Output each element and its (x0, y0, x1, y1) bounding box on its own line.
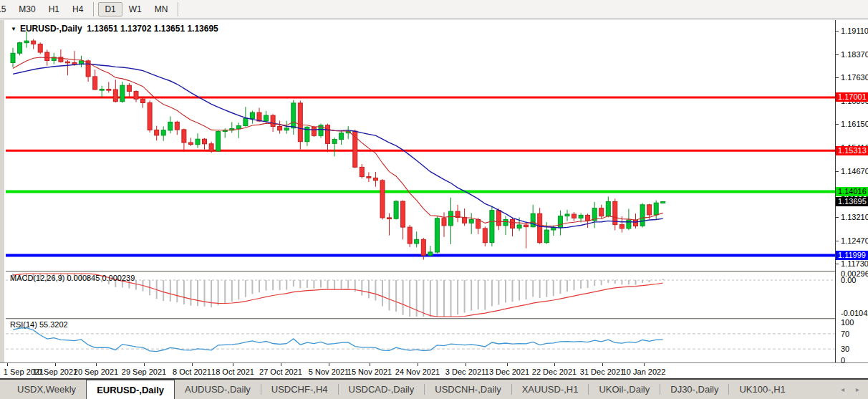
x-axis-tick (55, 363, 56, 366)
x-axis-tick (281, 363, 281, 366)
x-axis-label: 29 Sep 2021 (122, 367, 166, 376)
level-price-tag: 1.17001 (836, 92, 868, 102)
y-axis-label: 1.19110 (841, 27, 868, 36)
timeframe-button-mn[interactable]: MN (148, 2, 175, 16)
timeframe-button-w1[interactable]: W1 (122, 2, 148, 16)
x-axis-label: 5 Nov 2021 (309, 367, 349, 376)
current-price-tag: 1.13695 (836, 197, 868, 206)
y-axis-label: 1.11730 (841, 259, 868, 269)
x-axis-label: 10 Sep 2021 (33, 367, 77, 376)
y-axis-label: 1.14670 (841, 167, 868, 176)
ma-fast-line (13, 57, 663, 226)
y-axis-tick (836, 241, 839, 241)
tab-audusd-daily[interactable]: AUDUSD-,Daily (175, 380, 261, 399)
price-scale[interactable]: 1.191101.183701.176301.168901.161501.154… (835, 20, 868, 362)
timeframe-button-h4[interactable]: H4 (66, 2, 90, 16)
timeframe-button-h1[interactable]: H1 (42, 2, 66, 16)
tab-scroll-right-icon[interactable]: ▸ (856, 385, 859, 393)
x-axis-tick (644, 363, 645, 366)
x-axis-tick (554, 363, 555, 366)
x-axis-label: 20 Sep 2021 (74, 367, 118, 376)
tab-usdchf-h4[interactable]: USDCHF-,H4 (261, 380, 338, 399)
tab-usdx-weekly[interactable]: USDX,Weekly (7, 380, 86, 399)
tab-uk100-h1[interactable]: UK100-,H1 (729, 380, 795, 399)
y-axis-tick (836, 54, 839, 55)
tab-ukoil-daily[interactable]: UKOil-,Daily (589, 380, 660, 399)
y-axis-tick (836, 217, 839, 218)
time-scale[interactable]: 1 Sep 202110 Sep 202120 Sep 202129 Sep 2… (0, 362, 868, 378)
price-chart-pane[interactable] (6, 20, 835, 271)
tab-scroll-left-icon[interactable]: ◂ (841, 385, 844, 393)
x-axis-label: 8 Oct 2021 (173, 367, 211, 376)
chart-ohlc-quotes: 1.13651 1.13702 1.13651 1.13695 (87, 24, 218, 34)
timeframe-button-d1[interactable]: D1 (98, 2, 122, 16)
y-axis-label: 1.17630 (841, 73, 868, 82)
toolbar-separator (93, 2, 95, 16)
x-axis-label: 13 Dec 2021 (485, 367, 529, 376)
x-axis-label: 18 Oct 2021 (211, 367, 254, 376)
rsi-line (13, 328, 663, 352)
timeframe-button-m30[interactable]: M30 (12, 2, 42, 16)
y-axis-tick (836, 264, 839, 264)
y-axis-tick (836, 124, 839, 125)
chart-tab-bar: USDX,WeeklyEURUSD-,DailyAUDUSD-,DailyUSD… (0, 378, 868, 399)
macd-axis-label: -0.010422 (841, 309, 868, 318)
macd-axis-label: 0.00 (841, 276, 856, 285)
level-price-tag: 1.15313 (836, 146, 868, 155)
x-axis-tick (192, 363, 193, 366)
rsi-axis-label: 0 (841, 356, 845, 365)
y-axis-label: 1.12470 (841, 236, 868, 246)
x-axis-label: 10 Jan 2022 (622, 367, 666, 376)
timeframe-toolbar: 15M30H1H4D1W1MN (0, 0, 868, 19)
x-axis-tick (418, 363, 418, 366)
y-axis-label: 1.16150 (841, 120, 868, 129)
rsi-axis-label: 70 (841, 330, 849, 339)
tab-usdcnh-daily[interactable]: USDCNH-,Daily (425, 380, 511, 399)
y-axis-tick (836, 171, 839, 172)
y-axis-tick (836, 31, 839, 32)
x-axis-tick (7, 363, 8, 366)
x-axis-tick (602, 363, 603, 366)
tab-xauusd-h1[interactable]: XAUUSD-,H1 (512, 380, 589, 399)
level-price-tag: 1.14016 (836, 187, 868, 196)
x-axis-tick (233, 363, 233, 366)
x-axis-label: 27 Oct 2021 (259, 367, 302, 376)
level-price-tag: 1.11999 (836, 251, 868, 260)
rsi-pane[interactable] (6, 319, 835, 362)
x-axis-label: 15 Nov 2021 (347, 367, 392, 376)
tab-dj30-daily[interactable]: DJ30-,Daily (660, 380, 728, 399)
x-axis-tick (507, 363, 508, 366)
timeframe-button-15[interactable]: 15 (0, 2, 12, 16)
rsi-indicator-label: RSI(14) 55.3202 (10, 320, 68, 329)
chart-title: ▼EURUSD-,Daily 1.13651 1.13702 1.13651 1… (11, 24, 218, 34)
x-axis-label: 22 Dec 2021 (532, 367, 577, 376)
x-axis-label: 3 Dec 2021 (445, 367, 486, 376)
y-axis-tick (836, 77, 839, 78)
x-axis-label: 31 Dec 2021 (580, 367, 625, 376)
toolbar-separator (178, 2, 179, 16)
x-axis-label: 24 Nov 2021 (395, 367, 440, 376)
tab-usdcad-daily[interactable]: USDCAD-,Daily (339, 380, 425, 399)
x-axis-tick (466, 363, 466, 366)
rsi-axis-label: 30 (841, 345, 849, 354)
symbol-dropdown-icon[interactable]: ▼ (11, 26, 16, 32)
ma-slow-line (13, 64, 663, 228)
tab-eurusd-daily[interactable]: EURUSD-,Daily (86, 380, 175, 399)
x-axis-tick (329, 363, 329, 366)
y-axis-label: 1.13210 (841, 213, 868, 222)
macd-indicator-label: MACD(12,26,9) 0.000845 0.000239 (10, 274, 135, 282)
x-axis-tick (96, 363, 97, 366)
chart-symbol-label: EURUSD-,Daily (20, 24, 82, 34)
rsi-axis-label: 100 (841, 318, 854, 327)
x-axis-tick (370, 363, 370, 366)
y-axis-label: 1.18370 (841, 50, 868, 59)
x-axis-tick (144, 363, 145, 366)
